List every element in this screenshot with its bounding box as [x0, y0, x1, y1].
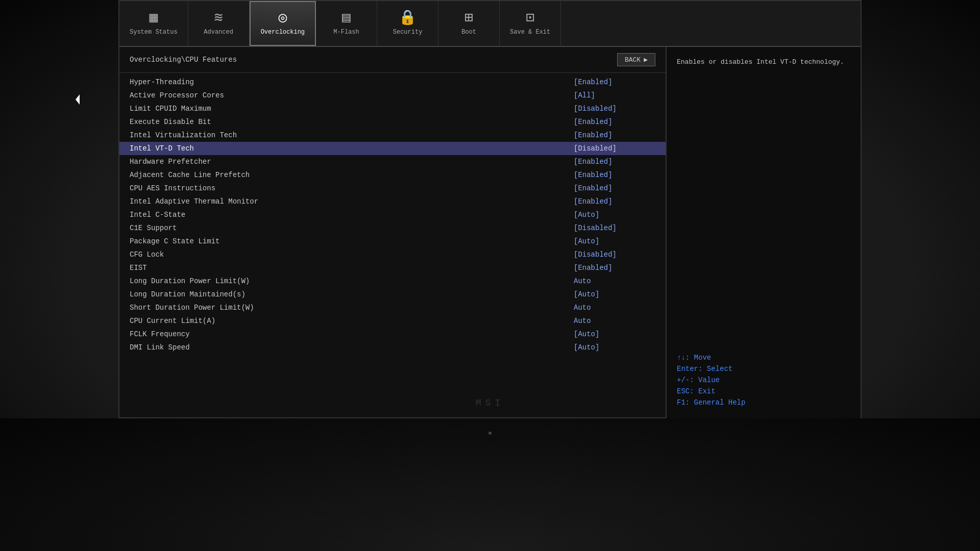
- setting-row[interactable]: Long Duration Maintained(s)[Auto]: [119, 288, 666, 301]
- setting-value: [Enabled]: [574, 197, 655, 206]
- nav-item-overclocking[interactable]: ◎Overclocking: [250, 1, 316, 46]
- setting-name: Intel Virtualization Tech: [130, 131, 574, 139]
- setting-row[interactable]: Intel VT-D Tech[Disabled]: [119, 142, 666, 155]
- setting-value: [Disabled]: [574, 251, 655, 259]
- bottom-brand: MSI: [476, 398, 504, 408]
- setting-row[interactable]: Execute Disable Bit[Enabled]: [119, 115, 666, 129]
- advanced-icon: ≋: [214, 11, 223, 26]
- setting-name: Package C State Limit: [130, 237, 574, 245]
- overclocking-icon: ◎: [278, 11, 287, 26]
- setting-row[interactable]: C1E Support[Disabled]: [119, 221, 666, 235]
- setting-value: [Auto]: [574, 290, 655, 298]
- setting-name: Long Duration Maintained(s): [130, 290, 574, 298]
- setting-name: C1E Support: [130, 224, 574, 232]
- setting-value: Auto: [574, 277, 655, 285]
- setting-value: [Enabled]: [574, 171, 655, 179]
- back-label: BACK: [625, 56, 641, 64]
- setting-value: [Auto]: [574, 343, 655, 352]
- setting-name: Intel VT-D Tech: [130, 144, 574, 153]
- nav-item-save-exit[interactable]: ⊡Save & Exit: [500, 1, 561, 46]
- setting-name: DMI Link Speed: [130, 343, 574, 352]
- setting-value: [Enabled]: [574, 118, 655, 126]
- boot-label: Boot: [461, 29, 476, 36]
- setting-row[interactable]: CFG Lock[Disabled]: [119, 248, 666, 261]
- setting-row[interactable]: Active Processor Cores[All]: [119, 89, 666, 102]
- setting-value: [Disabled]: [574, 224, 655, 232]
- setting-value: [Disabled]: [574, 144, 655, 153]
- save-exit-label: Save & Exit: [510, 29, 550, 36]
- setting-value: [Enabled]: [574, 158, 655, 166]
- bios-screen: ▦System Status≋Advanced◎Overclocking▤M-F…: [118, 0, 862, 418]
- main-panel: Overclocking\CPU Features BACK ▶ Hyper-T…: [119, 47, 667, 419]
- setting-row[interactable]: Hardware Prefetcher[Enabled]: [119, 155, 666, 168]
- setting-value: [Auto]: [574, 237, 655, 245]
- monitor: ▦System Status≋Advanced◎Overclocking▤M-F…: [0, 0, 980, 551]
- setting-value: [Enabled]: [574, 264, 655, 272]
- back-button[interactable]: BACK ▶: [617, 53, 655, 66]
- nav-item-system-status[interactable]: ▦System Status: [119, 1, 188, 46]
- setting-row[interactable]: Package C State Limit[Auto]: [119, 235, 666, 248]
- setting-value: [Auto]: [574, 211, 655, 219]
- cursor: [76, 94, 80, 105]
- system-status-icon: ▦: [149, 11, 158, 26]
- key-hint: F1: General Help: [677, 398, 850, 407]
- setting-name: Short Duration Power Limit(W): [130, 304, 574, 312]
- setting-name: Hardware Prefetcher: [130, 158, 574, 166]
- setting-value: [Auto]: [574, 330, 655, 338]
- setting-name: Limit CPUID Maximum: [130, 105, 574, 113]
- nav-item-advanced[interactable]: ≋Advanced: [188, 1, 250, 46]
- nav-bar: ▦System Status≋Advanced◎Overclocking▤M-F…: [119, 1, 861, 47]
- setting-row[interactable]: FCLK Frequency[Auto]: [119, 328, 666, 341]
- setting-row[interactable]: CPU Current Limit(A)Auto: [119, 314, 666, 328]
- security-icon: 🔒: [399, 11, 416, 26]
- center-dot: [488, 432, 492, 435]
- setting-row[interactable]: Intel Virtualization Tech[Enabled]: [119, 129, 666, 142]
- key-hint: +/-: Value: [677, 376, 850, 384]
- setting-name: CFG Lock: [130, 251, 574, 259]
- setting-name: Execute Disable Bit: [130, 118, 574, 126]
- nav-item-boot[interactable]: ⊞Boot: [438, 1, 500, 46]
- setting-row[interactable]: Long Duration Power Limit(W)Auto: [119, 274, 666, 288]
- setting-name: FCLK Frequency: [130, 330, 574, 338]
- content-area: Overclocking\CPU Features BACK ▶ Hyper-T…: [119, 47, 861, 419]
- settings-list: Hyper-Threading[Enabled]Active Processor…: [119, 73, 666, 357]
- boot-icon: ⊞: [464, 11, 473, 26]
- setting-row[interactable]: Intel C-State[Auto]: [119, 208, 666, 221]
- setting-name: Intel C-State: [130, 211, 574, 219]
- setting-row[interactable]: Hyper-Threading[Enabled]: [119, 76, 666, 89]
- setting-row[interactable]: CPU AES Instructions[Enabled]: [119, 182, 666, 195]
- overclocking-label: Overclocking: [261, 29, 305, 36]
- nav-item-m-flash[interactable]: ▤M-Flash: [316, 1, 377, 46]
- setting-row[interactable]: Limit CPUID Maximum[Disabled]: [119, 102, 666, 115]
- setting-row[interactable]: Short Duration Power Limit(W)Auto: [119, 301, 666, 314]
- save-exit-icon: ⊡: [526, 11, 534, 26]
- security-label: Security: [393, 29, 423, 36]
- key-hint: Enter: Select: [677, 365, 850, 373]
- setting-row[interactable]: DMI Link Speed[Auto]: [119, 341, 666, 354]
- back-icon: ▶: [644, 56, 648, 64]
- key-hint: ESC: Exit: [677, 387, 850, 395]
- setting-value: [Enabled]: [574, 184, 655, 192]
- setting-row[interactable]: Adjacent Cache Line Prefetch[Enabled]: [119, 168, 666, 182]
- setting-name: Long Duration Power Limit(W): [130, 277, 574, 285]
- setting-name: Intel Adaptive Thermal Monitor: [130, 197, 574, 206]
- setting-row[interactable]: Intel Adaptive Thermal Monitor[Enabled]: [119, 195, 666, 208]
- nav-item-security[interactable]: 🔒Security: [377, 1, 438, 46]
- key-hints: ↑↓: MoveEnter: Select+/-: ValueESC: Exit…: [674, 348, 853, 412]
- setting-row[interactable]: EIST[Enabled]: [119, 261, 666, 274]
- breadcrumb-bar: Overclocking\CPU Features BACK ▶: [119, 47, 666, 73]
- m-flash-label: M-Flash: [333, 29, 359, 36]
- system-status-label: System Status: [130, 29, 178, 36]
- setting-value: [Disabled]: [574, 105, 655, 113]
- setting-value: [Enabled]: [574, 78, 655, 86]
- setting-name: Hyper-Threading: [130, 78, 574, 86]
- setting-name: CPU Current Limit(A): [130, 317, 574, 325]
- advanced-label: Advanced: [204, 29, 233, 36]
- setting-name: Active Processor Cores: [130, 91, 574, 99]
- setting-name: CPU AES Instructions: [130, 184, 574, 192]
- setting-value: Auto: [574, 317, 655, 325]
- setting-name: EIST: [130, 264, 574, 272]
- setting-value: [Enabled]: [574, 131, 655, 139]
- info-panel: Enables or disables Intel VT-D technolog…: [667, 47, 861, 419]
- breadcrumb: Overclocking\CPU Features: [130, 56, 237, 64]
